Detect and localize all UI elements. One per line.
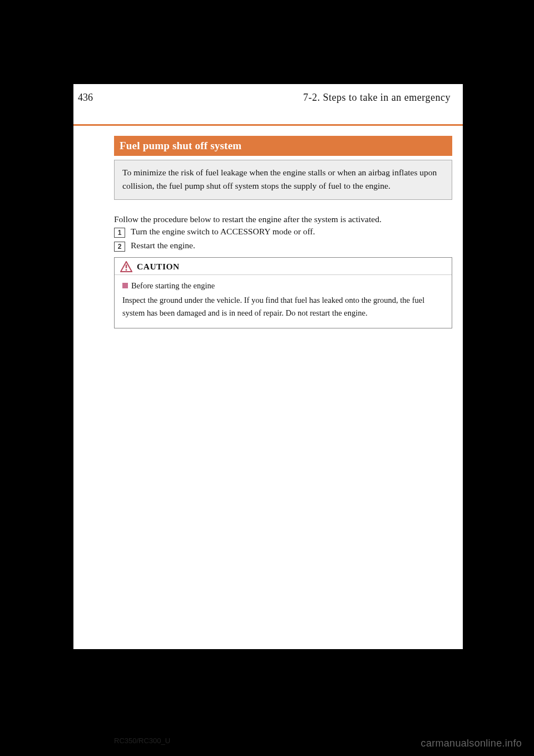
restart-intro-text: Follow the procedure below to restart th… xyxy=(114,213,452,227)
section-divider-line xyxy=(73,124,463,126)
caution-subhead-row: Before starting the engine xyxy=(122,279,444,292)
step-text: Restart the engine. xyxy=(131,240,195,251)
step-number-badge: 1 xyxy=(114,228,125,238)
section-title-bar: Fuel pump shut off system xyxy=(114,136,452,156)
intro-summary-box: To minimize the risk of fuel leakage whe… xyxy=(114,160,452,200)
bullet-square-icon xyxy=(122,283,128,288)
procedure-step-1: 1 Turn the engine switch to ACCESSORY mo… xyxy=(114,227,452,238)
step-number-badge: 2 xyxy=(114,242,125,252)
section-title: Fuel pump shut off system xyxy=(120,140,241,152)
step-text: Turn the engine switch to ACCESSORY mode… xyxy=(131,227,315,237)
page-number: 436 xyxy=(78,92,93,104)
intro-text: To minimize the risk of fuel leakage whe… xyxy=(122,168,437,190)
page-header: 436 7-2. Steps to take in an emergency xyxy=(73,92,463,104)
model-code: RC350/RC300_U xyxy=(114,737,170,745)
caution-header: CAUTION xyxy=(115,258,452,275)
procedure-step-2: 2 Restart the engine. xyxy=(114,240,452,252)
svg-rect-1 xyxy=(126,269,127,271)
breadcrumb: 7-2. Steps to take in an emergency xyxy=(303,92,451,104)
caution-box: CAUTION Before starting the engine Inspe… xyxy=(114,257,452,328)
caution-body: Before starting the engine Inspect the g… xyxy=(115,275,452,328)
caution-label: CAUTION xyxy=(137,262,180,272)
warning-triangle-icon xyxy=(120,261,132,272)
caution-subhead: Before starting the engine xyxy=(131,279,215,292)
svg-rect-0 xyxy=(126,264,127,268)
watermark: carmanualsonline.info xyxy=(421,738,522,749)
caution-paragraph: Inspect the ground under the vehicle. If… xyxy=(122,294,444,319)
